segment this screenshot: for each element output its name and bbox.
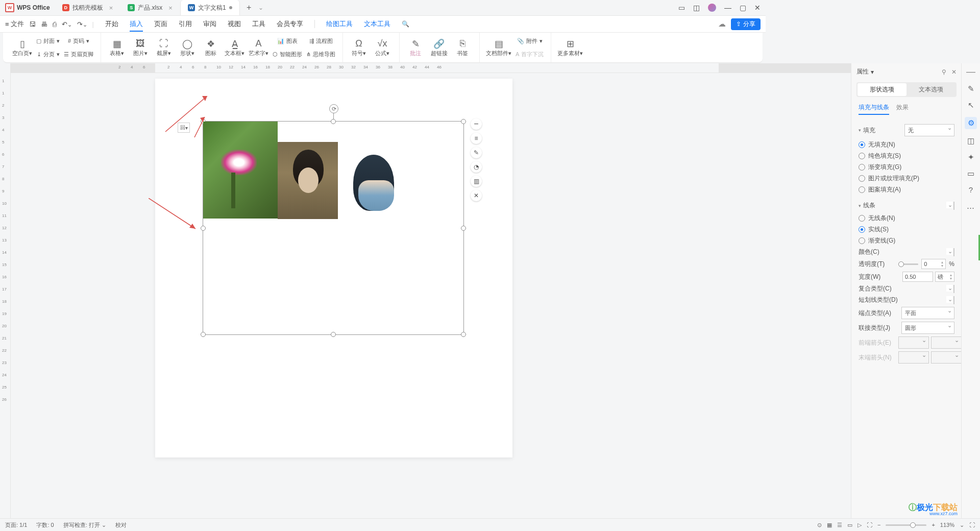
file-label[interactable]: 文件 [11, 19, 24, 29]
mindmap-button[interactable]: ⋔ 思维导图 [304, 48, 337, 60]
resize-handle[interactable] [331, 332, 336, 337]
menu-视图[interactable]: 视图 [228, 19, 241, 29]
wordart-button[interactable]: A艺术字▾ [247, 33, 271, 62]
comment-button[interactable]: ✎批注 [404, 33, 427, 62]
fab-1[interactable]: ≡ [471, 133, 482, 144]
menu-开始[interactable]: 开始 [105, 19, 118, 29]
smart-shape-button[interactable]: ⬡ 智能图形 [271, 48, 304, 60]
cloud-icon[interactable]: ☁ [718, 19, 726, 29]
new-tab-button[interactable]: + [243, 2, 255, 14]
search-icon[interactable]: 🔍 [402, 20, 409, 28]
menu-绘图工具[interactable]: 绘图工具 [326, 19, 353, 29]
resize-handle[interactable] [461, 119, 466, 124]
page-number-button[interactable]: # 页码▾ [62, 35, 95, 47]
layout-options-button[interactable]: 回▾ [178, 123, 190, 133]
cube-icon[interactable]: ◫ [693, 4, 700, 12]
wps-logo-icon: W [5, 3, 14, 12]
floating-toolbar: −≡✎◔▥✕ [471, 118, 482, 201]
doc-tab[interactable]: S产品.xlsx× [120, 0, 180, 15]
save-icon[interactable]: 🖫 [29, 20, 36, 28]
fab-0[interactable]: − [471, 118, 482, 130]
resize-handle[interactable] [331, 119, 336, 124]
undo-icon[interactable]: ↶⌄ [62, 20, 72, 28]
close-icon[interactable]: ✕ [754, 4, 761, 12]
resize-handle[interactable] [461, 226, 466, 231]
app-label: W WPS Office [0, 3, 55, 12]
flowchart-button[interactable]: ⇶ 流程图 [304, 35, 337, 47]
resize-handle[interactable] [201, 332, 206, 337]
dropcap-button[interactable]: A 首字下沉 [513, 48, 546, 60]
textbox-button[interactable]: A̲文本框▾ [223, 33, 247, 62]
document-tabs: D找稻壳模板×S产品.xlsx×W文字文稿1 [55, 0, 240, 15]
blank-page-button[interactable]: ▯空白页▾ [10, 33, 34, 62]
menu-工具[interactable]: 工具 [252, 19, 265, 29]
more-assets-button[interactable]: ⊞更多素材▾ [555, 33, 585, 62]
fab-4[interactable]: ▥ [471, 176, 482, 187]
icon-button[interactable]: ❖图标 [199, 33, 223, 62]
preview-icon[interactable]: ⎙ [53, 20, 57, 28]
menu-会员专享[interactable]: 会员专享 [277, 19, 303, 29]
shape-button[interactable]: ◯形状▾ [176, 33, 199, 62]
share-button[interactable]: ⇪ 分享 [731, 18, 761, 30]
image-portrait[interactable] [278, 142, 338, 219]
screenshot-button[interactable]: ⛶截屏▾ [152, 33, 176, 62]
resize-handle[interactable] [201, 226, 206, 231]
doc-tab[interactable]: D找稻壳模板× [55, 0, 121, 15]
chart-button[interactable]: 📊 图表 [271, 35, 304, 47]
print-icon[interactable]: 🖶 [41, 20, 47, 28]
textbox-shape[interactable]: ⟳ 回▾ −≡✎◔▥✕ [203, 121, 464, 335]
vertical-ruler: 1123456789101112131415161718192021222324… [0, 63, 11, 415]
page[interactable]: ⟳ 回▾ −≡✎◔▥✕ [155, 79, 512, 415]
minimize-icon[interactable]: — [724, 4, 731, 12]
avatar-icon[interactable] [708, 4, 716, 12]
canvas-area[interactable]: 6422468101214161820222426283032343638404… [11, 63, 766, 415]
main-menu: 开始插入页面引用审阅视图工具会员专享绘图工具文本工具 [105, 19, 390, 29]
hyperlink-button[interactable]: 🔗超链接 [427, 33, 451, 62]
header-footer-button[interactable]: ☰ 页眉页脚 [62, 48, 95, 60]
ribbon: ▯空白页▾ ▢ 封面▾ ⤓ 分页▾ # 页码▾ ☰ 页眉页脚 ▦表格▾ 🖼图片▾… [3, 33, 763, 63]
menu-审阅[interactable]: 审阅 [203, 19, 216, 29]
fab-3[interactable]: ◔ [471, 161, 482, 173]
app-name: WPS Office [17, 4, 50, 11]
image-flower[interactable] [203, 122, 278, 219]
table-button[interactable]: ▦表格▾ [105, 33, 129, 62]
redo-icon[interactable]: ↷⌄ [77, 20, 87, 28]
menu-引用[interactable]: 引用 [179, 19, 192, 29]
reader-icon[interactable]: ▭ [678, 4, 685, 12]
symbol-button[interactable]: Ω符号▾ [347, 33, 371, 62]
menu-插入[interactable]: 插入 [130, 19, 143, 32]
hamburger-icon[interactable]: ≡ 文件 [5, 19, 24, 29]
doc-part-button[interactable]: ▤文档部件▾ [484, 33, 513, 62]
fab-2[interactable]: ✎ [471, 147, 482, 158]
doc-tab[interactable]: W文字文稿1 [180, 0, 240, 15]
menu-页面[interactable]: 页面 [154, 19, 167, 29]
horizontal-ruler: 6422468101214161820222426283032343638404… [11, 63, 766, 73]
picture-button[interactable]: 🖼图片▾ [129, 33, 152, 62]
image-row [203, 122, 463, 221]
resize-handle[interactable] [461, 332, 466, 337]
formula-button[interactable]: √x公式▾ [371, 33, 394, 62]
image-illustration[interactable] [343, 144, 409, 221]
workspace: 1123456789101112131415161718192021222324… [0, 63, 766, 415]
maximize-icon[interactable]: ▢ [740, 4, 746, 12]
cover-button[interactable]: ▢ 封面▾ [34, 35, 62, 47]
rotate-handle[interactable]: ⟳ [329, 104, 338, 113]
fab-5[interactable]: ✕ [471, 190, 482, 201]
bookmark-button[interactable]: ⎘书签 [451, 33, 474, 62]
menu-bar: ≡ 文件 🖫 🖶 ⎙ ↶⌄ ↷⌄ | 开始插入页面引用审阅视图工具会员专享绘图工… [0, 16, 766, 33]
attachment-button[interactable]: 📎 附件▾ [513, 35, 546, 47]
menu-文本工具[interactable]: 文本工具 [364, 19, 390, 29]
tab-menu-icon[interactable]: ⌄ [258, 4, 263, 11]
title-bar: W WPS Office D找稻壳模板×S产品.xlsx×W文字文稿1 + ⌄ … [0, 0, 766, 16]
page-break-button[interactable]: ⤓ 分页▾ [34, 48, 62, 60]
